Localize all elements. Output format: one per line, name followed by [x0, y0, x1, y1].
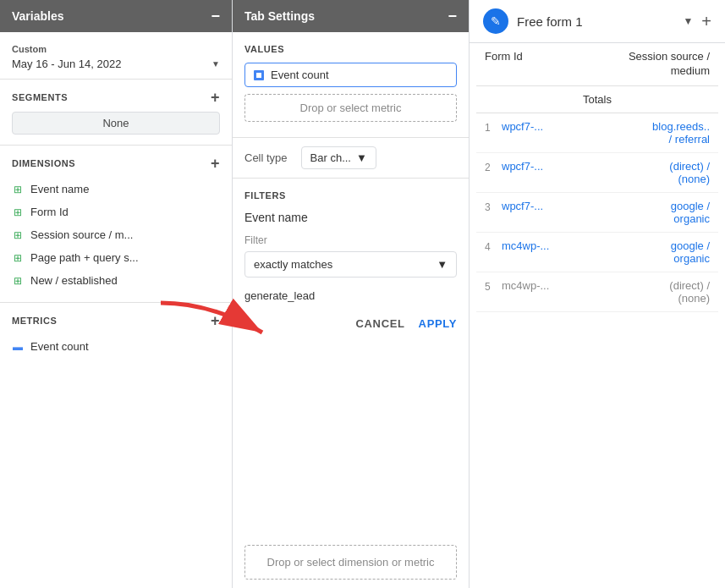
cell-type-dropdown[interactable]: Bar ch... ▼ — [301, 146, 376, 169]
dimension-label: New / established — [30, 274, 118, 287]
metric-event-count[interactable]: ▬ Event count — [12, 335, 220, 358]
filters-label: FILTERS — [244, 190, 457, 201]
freeform-title: Free form 1 — [517, 14, 674, 29]
values-label: VALUES — [244, 44, 457, 54]
dimension-session-source[interactable]: ⊞ Session source / m... — [12, 223, 220, 246]
filter-cancel-btn[interactable]: CANCEL — [356, 317, 405, 330]
row-session-primary: blog.reeds.. — [606, 120, 710, 133]
tab-settings-collapse-btn[interactable]: − — [448, 8, 457, 24]
drop-dim-metric-text: Drop or select dimension or metric — [267, 556, 435, 569]
freeform-add-btn[interactable]: + — [701, 12, 711, 31]
tab-settings-panel: Tab Settings − VALUES Event count Drop o… — [233, 0, 470, 588]
dimension-icon: ⊞ — [12, 184, 24, 195]
filter-event-name: Event name — [244, 211, 457, 224]
row-number: 4 — [485, 239, 502, 253]
grid-icon: ⊞ — [14, 184, 22, 195]
dimension-label: Page path + query s... — [30, 251, 139, 264]
row-session-primary: google / — [606, 239, 710, 252]
metric-label: Event count — [30, 340, 89, 353]
table-header: Form Id Session source / medium — [476, 43, 718, 86]
edit-icon: ✎ — [483, 8, 508, 34]
filter-actions: CANCEL APPLY — [244, 317, 457, 330]
filter-input-value[interactable]: generate_lead — [244, 288, 457, 304]
cell-type-arrow-icon: ▼ — [356, 151, 367, 164]
dimensions-section: DIMENSIONS + ⊞ Event name ⊞ Form Id ⊞ Se… — [0, 146, 232, 303]
row-session-secondary: organic — [606, 212, 710, 225]
col-header-form-id: Form Id — [485, 50, 597, 79]
tab-settings-title: Tab Settings — [244, 9, 315, 23]
row-primary-value: mc4wp-... — [502, 239, 606, 252]
row-session-secondary: (none) — [606, 173, 710, 185]
dimensions-label: DIMENSIONS — [12, 158, 75, 168]
row-primary-value: mc4wp-... — [502, 279, 606, 292]
row-form-id: mc4wp-... — [502, 239, 606, 252]
metric-icon: ▬ — [12, 341, 24, 353]
variables-panel: Variables − Custom May 16 - Jun 14, 2022… — [0, 0, 233, 588]
row-form-id: wpcf7-... — [502, 160, 606, 173]
freeform-panel: ✎ Free form 1 ▼ + Form Id Session source… — [470, 0, 725, 588]
row-session-data: google / organic — [606, 200, 710, 225]
row-session-primary: (direct) / — [606, 160, 710, 173]
row-primary-value: wpcf7-... — [502, 120, 606, 133]
metrics-section: METRICS + ▬ Event count — [0, 303, 232, 368]
filter-label: Filter — [244, 234, 457, 246]
row-session-data: (direct) / (none) — [606, 160, 710, 185]
segments-label: SEGMENTS — [12, 92, 68, 102]
freeform-dropdown-arrow-icon[interactable]: ▼ — [683, 15, 693, 27]
event-count-chip[interactable]: Event count — [244, 63, 457, 87]
drop-metric-zone[interactable]: Drop or select metric — [244, 94, 457, 122]
dimension-icon: ⊞ — [12, 275, 24, 287]
row-number: 1 — [485, 120, 502, 134]
filter-apply-btn[interactable]: APPLY — [419, 317, 457, 330]
row-form-id: mc4wp-... — [502, 279, 606, 292]
row-form-id: wpcf7-... — [502, 200, 606, 212]
date-range-selector[interactable]: May 16 - Jun 14, 2022 ▼ — [12, 58, 220, 70]
grid-icon: ⊞ — [14, 275, 22, 287]
row-session-secondary: / referral — [606, 133, 710, 146]
grid-icon: ⊞ — [14, 229, 22, 241]
add-metric-btn[interactable]: + — [211, 313, 220, 328]
row-form-id: wpcf7-... — [502, 120, 606, 133]
drop-metric-text: Drop or select metric — [300, 102, 402, 114]
dimension-page-path[interactable]: ⊞ Page path + query s... — [12, 246, 220, 269]
row-session-secondary: (none) — [606, 292, 710, 305]
row-session-primary: google / — [606, 200, 710, 212]
row-session-secondary: organic — [606, 252, 710, 265]
cell-type-label: Cell type — [244, 151, 288, 164]
col-header-session: Session source / medium — [597, 50, 710, 79]
row-session-data: (direct) / (none) — [606, 279, 710, 305]
bar-chart-icon: ▬ — [13, 341, 23, 353]
pencil-icon: ✎ — [491, 14, 501, 28]
row-number: 2 — [485, 160, 502, 173]
filter-dropdown-arrow-icon: ▼ — [437, 258, 448, 271]
dimension-label: Form Id — [30, 206, 69, 218]
add-dimension-btn[interactable]: + — [211, 156, 220, 171]
row-session-data: google / organic — [606, 239, 710, 265]
cell-type-row: Cell type Bar ch... ▼ — [233, 138, 469, 179]
freeform-header: ✎ Free form 1 ▼ + — [470, 0, 725, 43]
filter-matches-dropdown[interactable]: exactly matches ▼ — [244, 251, 457, 278]
dimension-label: Event name — [30, 183, 89, 195]
data-table: Form Id Session source / medium Totals 1… — [470, 43, 725, 588]
table-row: 4 mc4wp-... google / organic — [476, 233, 718, 272]
variables-collapse-btn[interactable]: − — [211, 8, 220, 24]
chip-icon — [254, 70, 264, 80]
dimension-icon: ⊞ — [12, 229, 24, 241]
dimension-icon: ⊞ — [12, 206, 24, 218]
filters-section: FILTERS Event name Filter exactly matche… — [233, 179, 469, 536]
dimension-form-id[interactable]: ⊞ Form Id — [12, 201, 220, 223]
segments-section: SEGMENTS + None — [0, 80, 232, 146]
table-row: 1 wpcf7-... blog.reeds.. / referral — [476, 113, 718, 153]
totals-label: Totals — [583, 93, 612, 106]
dimension-event-name[interactable]: ⊞ Event name — [12, 178, 220, 201]
dimension-new-established[interactable]: ⊞ New / established — [12, 269, 220, 292]
row-primary-value: wpcf7-... — [502, 200, 606, 212]
variables-title: Variables — [12, 9, 64, 23]
add-segment-btn[interactable]: + — [211, 90, 220, 105]
values-section: VALUES Event count Drop or select metric — [233, 32, 469, 138]
row-primary-value: wpcf7-... — [502, 160, 606, 173]
filter-matches-value: exactly matches — [254, 258, 332, 271]
no-segment: None — [12, 112, 220, 135]
drop-dim-metric-zone[interactable]: Drop or select dimension or metric — [244, 545, 457, 580]
dimensions-title-row: DIMENSIONS + — [12, 156, 220, 171]
